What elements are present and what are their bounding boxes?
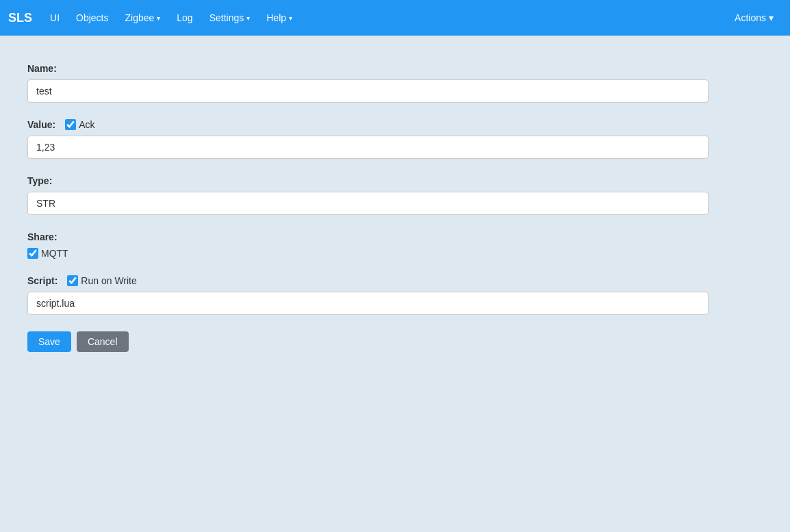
type-input[interactable] xyxy=(27,192,709,215)
share-group: Share: MQTT xyxy=(27,231,763,259)
nav-item-zigbee[interactable]: Zigbee ▾ xyxy=(118,8,167,27)
share-label: Share: xyxy=(27,231,763,242)
ack-checkbox[interactable] xyxy=(65,119,76,130)
nav-label-settings: Settings xyxy=(209,12,244,23)
nav-item-settings[interactable]: Settings ▾ xyxy=(203,8,257,27)
ack-checkbox-label[interactable]: Ack xyxy=(65,119,94,130)
script-header-row: Script: Run on Write xyxy=(27,275,763,286)
nav-label-objects: Objects xyxy=(76,12,108,23)
save-button[interactable]: Save xyxy=(27,331,71,352)
navbar-right: Actions ▾ xyxy=(726,8,782,27)
mqtt-checkbox[interactable] xyxy=(27,248,38,259)
nav-label-ui: UI xyxy=(50,12,60,23)
name-label: Name: xyxy=(27,63,763,74)
name-input[interactable] xyxy=(27,79,709,103)
value-input[interactable] xyxy=(27,136,709,159)
mqtt-checkbox-label[interactable]: MQTT xyxy=(27,248,763,259)
run-on-write-checkbox-label[interactable]: Run on Write xyxy=(67,275,136,286)
value-header-row: Value: Ack xyxy=(27,119,763,130)
nav-item-help[interactable]: Help ▾ xyxy=(259,8,299,27)
brand-logo[interactable]: SLS xyxy=(8,11,32,25)
navbar: SLS UI Objects Zigbee ▾ Log Settings ▾ H… xyxy=(0,0,790,36)
value-group: Value: Ack xyxy=(27,119,763,159)
type-label: Type: xyxy=(27,175,763,186)
script-label: Script: xyxy=(27,275,58,286)
name-group: Name: xyxy=(27,63,763,103)
nav-items: UI Objects Zigbee ▾ Log Settings ▾ Help … xyxy=(43,8,726,27)
run-on-write-checkbox[interactable] xyxy=(67,275,78,286)
settings-caret-icon: ▾ xyxy=(246,14,250,22)
script-group: Script: Run on Write xyxy=(27,275,763,315)
script-input[interactable] xyxy=(27,292,709,315)
button-row: Save Cancel xyxy=(27,331,763,352)
nav-item-log[interactable]: Log xyxy=(170,8,199,27)
nav-item-objects[interactable]: Objects xyxy=(69,8,115,27)
actions-label: Actions xyxy=(735,12,766,23)
ack-label: Ack xyxy=(79,119,94,130)
mqtt-label: MQTT xyxy=(41,248,68,259)
value-label: Value: xyxy=(27,119,55,130)
actions-button[interactable]: Actions ▾ xyxy=(726,8,782,27)
zigbee-caret-icon: ▾ xyxy=(157,14,160,22)
type-group: Type: xyxy=(27,175,763,215)
cancel-button[interactable]: Cancel xyxy=(77,331,129,352)
nav-label-help: Help xyxy=(266,12,286,23)
nav-label-zigbee: Zigbee xyxy=(125,12,154,23)
nav-item-ui[interactable]: UI xyxy=(43,8,66,27)
nav-label-log: Log xyxy=(177,12,192,23)
actions-caret-icon: ▾ xyxy=(769,12,774,23)
run-on-write-label: Run on Write xyxy=(81,275,136,286)
help-caret-icon: ▾ xyxy=(289,14,292,22)
main-content: Name: Value: Ack Type: Share: MQTT Scrip… xyxy=(0,36,790,379)
